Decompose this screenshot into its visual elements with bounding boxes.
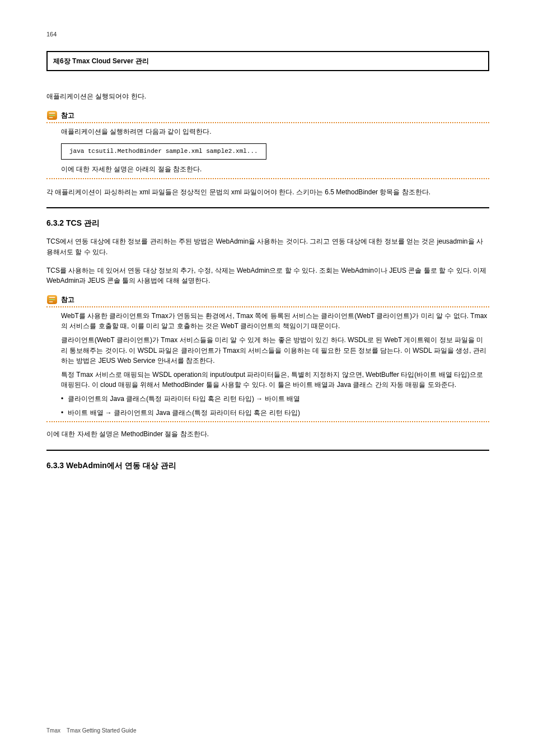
page-number: 164	[46, 31, 489, 38]
section2-para2: TCS를 사용하는 데 있어서 연동 대상 정보의 추가, 수정, 삭제는 We…	[46, 265, 489, 286]
note-body-text: 애플리케이션을 실행하려면 다음과 같이 입력한다.	[61, 127, 489, 137]
section-divider	[46, 207, 489, 208]
note2-para1: WebT를 사용한 클라이언트와 Tmax가 연동되는 환경에서, Tmax 쪽…	[61, 311, 489, 332]
note2-bullet-2: • 바이트 배열 → 클라이언트의 Java 클래스(특정 파라미터 타입 혹은…	[61, 408, 489, 418]
note-block-1: 참고 애플리케이션을 실행하려면 다음과 같이 입력한다. java tcsut…	[46, 110, 489, 179]
svg-rect-6	[49, 299, 55, 300]
note2-para2: 클라이언트(WebT 클라이언트)가 Tmax 서비스들을 미리 알 수 있게 …	[61, 335, 489, 366]
divider-followup-paragraph: 각 애플리케이션이 파싱하려는 xml 파일들은 정상적인 문법의 xml 파일…	[46, 187, 489, 198]
bullet-text: 클라이언트의 Java 클래스(특정 파라미터 타입 혹은 리턴 타입) → 바…	[68, 394, 300, 404]
note-icon	[46, 110, 58, 121]
svg-rect-5	[49, 297, 55, 298]
note-block-2: 참고 WebT를 사용한 클라이언트와 Tmax가 연동되는 환경에서, Tma…	[46, 294, 489, 422]
note2-para3: 특정 Tmax 서비스로 매핑되는 WSDL operation의 input/…	[61, 370, 489, 390]
footer: Tmax Tmax Getting Started Guide	[46, 727, 136, 734]
svg-rect-7	[49, 301, 53, 302]
bullet-text: 바이트 배열 → 클라이언트의 Java 클래스(특정 파라미터 타입 혹은 리…	[68, 408, 300, 418]
note-icon	[46, 294, 58, 305]
after-note-paragraph: 이에 대한 자세한 설명은 MethodBinder 절을 참조한다.	[46, 429, 489, 440]
code-command-box: java tcsutil.MethodBinder sample.xml sam…	[61, 143, 266, 160]
footer-product: Tmax	[46, 727, 60, 734]
note-label: 참고	[61, 111, 74, 121]
intro-paragraph: 애플리케이션은 실행되어야 한다.	[46, 91, 489, 102]
chapter-title-box: 제6장 Tmax Cloud Server 관리	[46, 51, 489, 71]
svg-rect-3	[49, 117, 53, 118]
bullet-marker: •	[61, 394, 63, 404]
note-label: 참고	[61, 295, 74, 305]
svg-rect-1	[49, 113, 55, 114]
section-heading-6-3-2: 6.3.2 TCS 관리	[46, 218, 489, 228]
note-tail-text: 이에 대한 자세한 설명은 아래의 절을 참조한다.	[61, 164, 489, 175]
svg-rect-2	[49, 115, 55, 116]
note2-bullet-1: • 클라이언트의 Java 클래스(특정 파라미터 타입 혹은 리턴 타입) →…	[61, 394, 489, 404]
section2-para1: TCS에서 연동 대상에 대한 정보를 관리하는 주된 방법은 WebAdmin…	[46, 236, 489, 257]
footer-doc: Tmax Getting Started Guide	[67, 727, 137, 734]
bullet-marker: •	[61, 408, 63, 418]
section-heading-6-3-3: 6.3.3 WebAdmin에서 연동 대상 관리	[46, 461, 489, 471]
section-divider	[46, 450, 489, 451]
